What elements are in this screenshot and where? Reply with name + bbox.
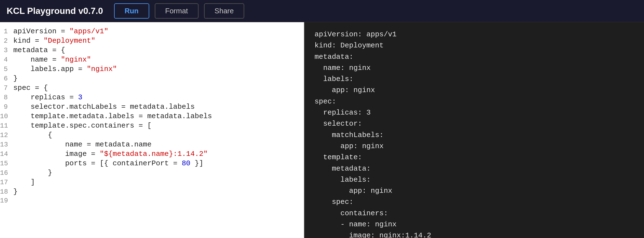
line-content[interactable]: spec = { bbox=[13, 84, 48, 92]
code-line: 18} bbox=[0, 187, 304, 196]
line-content[interactable]: metadata = { bbox=[13, 46, 65, 54]
line-number: 11 bbox=[0, 122, 13, 130]
line-content[interactable]: { bbox=[13, 131, 52, 139]
line-number: 13 bbox=[0, 141, 13, 148]
line-content[interactable]: image = "${metadata.name}:1.14.2" bbox=[13, 150, 208, 158]
output-content: apiVersion: apps/v1 kind: Deployment met… bbox=[315, 29, 634, 238]
main-area: 1apiVersion = "apps/v1"2kind = "Deployme… bbox=[0, 22, 644, 238]
format-button[interactable]: Format bbox=[155, 3, 199, 19]
share-button[interactable]: Share bbox=[204, 3, 244, 19]
code-editor[interactable]: 1apiVersion = "apps/v1"2kind = "Deployme… bbox=[0, 27, 304, 206]
line-number: 5 bbox=[0, 65, 13, 73]
line-number: 15 bbox=[0, 160, 13, 167]
code-line: 6} bbox=[0, 74, 304, 83]
header: KCL Playground v0.7.0 Run Format Share bbox=[0, 0, 644, 22]
line-content[interactable]: } bbox=[13, 169, 52, 177]
line-number: 1 bbox=[0, 28, 13, 35]
code-line: 7spec = { bbox=[0, 83, 304, 93]
line-content[interactable]: template.metadata.labels = metadata.labe… bbox=[13, 112, 212, 120]
code-line: 1apiVersion = "apps/v1" bbox=[0, 27, 304, 36]
line-number: 7 bbox=[0, 84, 13, 92]
code-line: 8 replicas = 3 bbox=[0, 93, 304, 102]
code-line: 19 bbox=[0, 196, 304, 206]
line-content[interactable]: name = "nginx" bbox=[13, 55, 91, 64]
code-line: 2kind = "Deployment" bbox=[0, 36, 304, 45]
line-number: 4 bbox=[0, 56, 13, 64]
line-number: 3 bbox=[0, 47, 13, 54]
line-number: 17 bbox=[0, 179, 13, 186]
line-number: 9 bbox=[0, 103, 13, 111]
code-line: 12 { bbox=[0, 130, 304, 140]
line-content[interactable]: template.spec.containers = [ bbox=[13, 121, 151, 130]
code-line: 4 name = "nginx" bbox=[0, 55, 304, 64]
editor-pane[interactable]: 1apiVersion = "apps/v1"2kind = "Deployme… bbox=[0, 22, 305, 238]
code-line: 10 template.metadata.labels = metadata.l… bbox=[0, 112, 304, 121]
line-content[interactable]: } bbox=[13, 74, 18, 83]
code-line: 9 selector.matchLabels = metadata.labels bbox=[0, 102, 304, 112]
line-content[interactable]: ports = [{ containerPort = 80 }] bbox=[13, 159, 203, 168]
app-title: KCL Playground v0.7.0 bbox=[7, 6, 103, 16]
line-number: 14 bbox=[0, 150, 13, 158]
code-line: 3metadata = { bbox=[0, 45, 304, 55]
code-line: 16 } bbox=[0, 168, 304, 178]
code-line: 5 labels.app = "nginx" bbox=[0, 64, 304, 74]
line-number: 16 bbox=[0, 169, 13, 177]
line-content[interactable]: labels.app = "nginx" bbox=[13, 65, 117, 73]
code-line: 15 ports = [{ containerPort = 80 }] bbox=[0, 159, 304, 168]
line-number: 19 bbox=[0, 197, 13, 204]
line-number: 2 bbox=[0, 37, 13, 45]
line-content[interactable]: name = metadata.name bbox=[13, 140, 151, 149]
line-number: 8 bbox=[0, 94, 13, 101]
line-number: 12 bbox=[0, 131, 13, 139]
code-line: 11 template.spec.containers = [ bbox=[0, 121, 304, 130]
line-content[interactable]: apiVersion = "apps/v1" bbox=[13, 27, 108, 36]
code-line: 13 name = metadata.name bbox=[0, 140, 304, 149]
code-line: 14 image = "${metadata.name}:1.14.2" bbox=[0, 149, 304, 159]
line-number: 10 bbox=[0, 113, 13, 120]
line-content[interactable]: } bbox=[13, 188, 18, 196]
line-content[interactable]: selector.matchLabels = metadata.labels bbox=[13, 103, 195, 111]
output-pane: apiVersion: apps/v1 kind: Deployment met… bbox=[305, 22, 644, 238]
line-number: 6 bbox=[0, 75, 13, 82]
run-button[interactable]: Run bbox=[114, 3, 149, 19]
line-content[interactable]: kind = "Deployment" bbox=[13, 37, 95, 45]
code-line: 17 ] bbox=[0, 178, 304, 187]
line-content[interactable]: replicas = 3 bbox=[13, 93, 83, 102]
line-content[interactable]: ] bbox=[13, 178, 35, 186]
line-number: 18 bbox=[0, 188, 13, 196]
